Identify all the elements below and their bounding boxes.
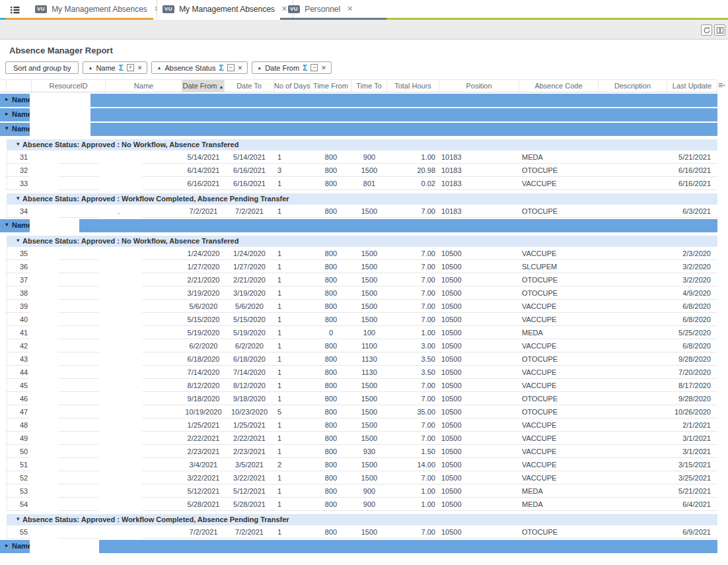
- table-row[interactable]: 469/18/20209/18/2020180015007.0010500OTO…: [0, 392, 717, 405]
- table-row[interactable]: 361/27/20201/27/2020180015007.0010500SLC…: [0, 260, 717, 273]
- table-row[interactable]: 436/18/20206/18/2020180011303.5010500OTO…: [0, 352, 717, 366]
- table-row[interactable]: 4710/19/202010/23/20205800150035.0010500…: [0, 405, 717, 418]
- col-header-code[interactable]: Absence Code: [519, 80, 599, 92]
- col-header-num[interactable]: [7, 80, 32, 92]
- sort-chip-date-from[interactable]: ▲ Date From Σ − ✕: [252, 61, 332, 74]
- cell-last-update: 6/4/2021: [667, 498, 717, 511]
- tab-list-menu-button[interactable]: [8, 4, 22, 16]
- sort-chip-absence-status[interactable]: ▲ Absence Status Σ − ✕: [151, 61, 248, 74]
- group-row-absence-status[interactable]: ▾Absence Status: Approved : No Workflow,…: [7, 236, 717, 247]
- split-view-button[interactable]: [714, 24, 725, 36]
- sort-asc-icon[interactable]: ▲: [157, 65, 161, 70]
- table-row[interactable]: 447/14/20207/14/2020180011303.5010500VAC…: [0, 366, 717, 379]
- cell-rid: [32, 445, 106, 458]
- table-row[interactable]: 372/21/20202/21/2020180015007.0010500OTO…: [0, 273, 717, 286]
- table-row[interactable]: 502/23/20212/23/202118009301.5010500VACC…: [0, 445, 717, 458]
- expand-arrow-icon[interactable]: ▸: [5, 96, 9, 102]
- collapse-arrow-icon[interactable]: ▾: [17, 141, 20, 147]
- table-row[interactable]: 492/22/20212/22/2021180015007.0010500VAC…: [0, 432, 717, 445]
- cell-time-to: 100: [351, 326, 387, 339]
- collapse-arrow-icon[interactable]: ▾: [5, 125, 9, 131]
- expand-arrow-icon[interactable]: ▸: [5, 111, 9, 117]
- col-header-days[interactable]: No of Days: [274, 80, 310, 92]
- refresh-button[interactable]: [701, 24, 712, 36]
- cell-num: 42: [7, 339, 32, 352]
- table-row[interactable]: 336/16/20216/16/202118008010.0210183VACC…: [0, 177, 717, 190]
- group-row-absence-status[interactable]: ▾Absence Status: Approved : Workflow Com…: [7, 514, 717, 525]
- table-row[interactable]: 34.7/2/20217/2/2021180015007.0010183OTOC…: [0, 205, 717, 218]
- table-row[interactable]: 557/2/20217/2/2021180015007.0010500OTOCU…: [0, 525, 717, 539]
- cell-name: [106, 352, 182, 366]
- table-row[interactable]: 523/22/20213/22/2021180015007.0010500VAC…: [0, 471, 717, 484]
- col-header-rid[interactable]: ResourceID: [32, 80, 106, 92]
- sigma-icon[interactable]: Σ: [219, 64, 223, 72]
- col-header-desc[interactable]: Description: [599, 80, 667, 92]
- collapse-arrow-icon[interactable]: ▾: [17, 516, 20, 522]
- group-row-name[interactable]: ▾Name:: [0, 219, 717, 232]
- collapse-arrow-icon[interactable]: ▾: [5, 222, 9, 228]
- cell-time-from: 800: [310, 379, 351, 392]
- close-icon[interactable]: ✕: [347, 5, 353, 13]
- col-header-time-to[interactable]: Time To: [351, 80, 387, 92]
- sort-and-group-by-button[interactable]: Sort and group by: [5, 61, 79, 74]
- close-icon[interactable]: ✕: [321, 65, 326, 71]
- cell-name: [106, 418, 182, 432]
- group-row-name[interactable]: ▸Name:: [0, 540, 717, 553]
- table-row[interactable]: 415/19/20205/19/2020101001.0010500MEDA5/…: [0, 326, 717, 339]
- cell-rid: [32, 392, 106, 405]
- close-icon[interactable]: ✕: [238, 65, 243, 71]
- group-row-name[interactable]: ▾Name: [0, 123, 717, 136]
- table-row[interactable]: 395/6/20205/6/2020180015007.0010500VACCU…: [0, 300, 717, 313]
- tab-my-management-absences-1[interactable]: VU My Management Absences ✕: [30, 0, 165, 18]
- sigma-icon[interactable]: Σ: [119, 64, 124, 72]
- table-row[interactable]: 315/14/20215/14/202118009001.0010183MEDA…: [0, 150, 717, 164]
- table-row[interactable]: 481/25/20211/25/2021180015007.0010500VAC…: [0, 418, 717, 432]
- cell-date-from: 6/2/2020: [182, 339, 225, 352]
- table-row[interactable]: 458/12/20208/12/2020180015007.0010500VAC…: [0, 379, 717, 392]
- close-icon[interactable]: ✕: [137, 65, 143, 71]
- table-row[interactable]: 535/12/20215/12/202118009001.0010500MEDA…: [0, 484, 717, 498]
- table-row[interactable]: 351/24/20201/24/2020180015007.0010500VAC…: [0, 247, 717, 260]
- col-header-last-update[interactable]: Last Update: [667, 80, 717, 92]
- tab-my-management-absences-2[interactable]: VU My Management Absences ✕: [157, 0, 293, 18]
- col-header-total-hours[interactable]: Total Hours: [387, 80, 439, 92]
- expand-arrow-icon[interactable]: ▸: [5, 543, 9, 548]
- col-header-time-from[interactable]: Time From: [310, 80, 351, 92]
- table-row[interactable]: 545/28/20215/28/202118009001.0010500MEDA…: [0, 498, 717, 511]
- sort-asc-icon[interactable]: ▲: [88, 65, 92, 70]
- tab-personnel[interactable]: VU Personnel ✕: [283, 0, 358, 18]
- group-row-absence-status[interactable]: ▾Absence Status: Approved : No Workflow,…: [7, 139, 717, 150]
- cell-days: 1: [274, 471, 310, 484]
- collapse-arrow-icon[interactable]: ▾: [17, 238, 20, 244]
- table-row[interactable]: 326/14/20216/16/20213800150020.9810183OT…: [0, 164, 717, 177]
- cell-code: VACCUPE: [519, 339, 599, 352]
- col-header-position[interactable]: Position: [439, 80, 519, 92]
- table-row[interactable]: 405/15/20205/15/2020180015007.0010500VAC…: [0, 313, 717, 326]
- cell-name: [106, 164, 182, 177]
- expand-box-icon[interactable]: +: [127, 64, 134, 71]
- collapse-box-icon[interactable]: −: [227, 64, 235, 71]
- table-row[interactable]: 513/4/20213/5/20212800150014.0010500VACC…: [0, 458, 717, 471]
- sigma-icon[interactable]: Σ: [303, 64, 307, 72]
- collapse-arrow-icon[interactable]: ▾: [17, 195, 20, 201]
- col-header-date-to[interactable]: Date To: [225, 80, 274, 92]
- cell-total-hours: 7.00: [387, 471, 439, 484]
- group-row-name[interactable]: ▸Name: [0, 94, 717, 107]
- collapse-box-icon[interactable]: −: [310, 64, 318, 71]
- col-header-name[interactable]: Name: [106, 80, 182, 92]
- cell-desc: [599, 339, 667, 352]
- table-row[interactable]: 426/2/20206/2/2020180011003.0010500VACCU…: [0, 339, 717, 352]
- cell-date-from: 1/25/2021: [182, 418, 225, 432]
- table-row[interactable]: 383/19/20203/19/2020180015007.0010500OTO…: [0, 286, 717, 300]
- cell-code: VACCUPE: [519, 300, 599, 313]
- sort-chip-label: Date From: [265, 64, 299, 72]
- cell-total-hours: 7.00: [387, 432, 439, 445]
- column-chooser-button[interactable]: ≡˅: [717, 81, 727, 91]
- group-row-name[interactable]: ▸Name: [0, 108, 717, 121]
- group-row-absence-status[interactable]: ▾Absence Status: Approved : Workflow Com…: [7, 193, 717, 205]
- sort-asc-icon[interactable]: ▲: [257, 65, 262, 70]
- col-header-date-from[interactable]: Date From▲: [182, 80, 225, 92]
- refresh-icon: [703, 26, 711, 34]
- sort-chip-name[interactable]: ▲ Name Σ + ✕: [83, 61, 147, 74]
- cell-rid: [32, 405, 106, 418]
